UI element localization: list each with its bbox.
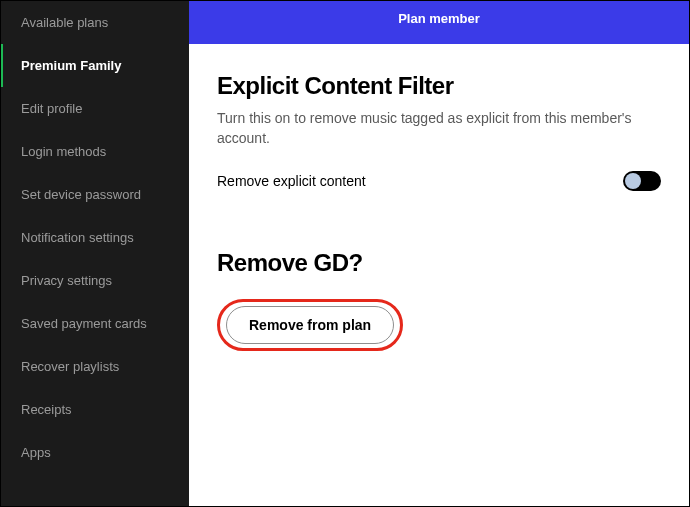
remove-from-plan-button[interactable]: Remove from plan: [226, 306, 394, 344]
banner-title: Plan member: [398, 11, 480, 26]
sidebar-item-recover-playlists[interactable]: Recover playlists: [1, 345, 189, 388]
explicit-content-toggle[interactable]: [623, 171, 661, 191]
content-area: Explicit Content Filter Turn this on to …: [189, 44, 689, 351]
sidebar-item-receipts[interactable]: Receipts: [1, 388, 189, 431]
plan-member-banner: Plan member: [189, 1, 689, 44]
explicit-toggle-row: Remove explicit content: [217, 171, 661, 191]
sidebar-item-saved-payment-cards[interactable]: Saved payment cards: [1, 302, 189, 345]
sidebar-item-premium-family[interactable]: Premium Family: [1, 44, 189, 87]
sidebar-item-notification-settings[interactable]: Notification settings: [1, 216, 189, 259]
app-frame: Available plans Premium Family Edit prof…: [0, 0, 690, 507]
sidebar-item-privacy-settings[interactable]: Privacy settings: [1, 259, 189, 302]
explicit-filter-description: Turn this on to remove music tagged as e…: [217, 108, 637, 149]
explicit-filter-heading: Explicit Content Filter: [217, 72, 661, 100]
main-panel: Plan member Explicit Content Filter Turn…: [189, 1, 689, 506]
remove-member-heading: Remove GD?: [217, 249, 661, 277]
remove-button-highlight: Remove from plan: [217, 299, 403, 351]
sidebar-item-set-device-password[interactable]: Set device password: [1, 173, 189, 216]
sidebar-item-available-plans[interactable]: Available plans: [1, 1, 189, 44]
sidebar-item-apps[interactable]: Apps: [1, 431, 189, 474]
toggle-knob: [625, 173, 641, 189]
sidebar-item-login-methods[interactable]: Login methods: [1, 130, 189, 173]
sidebar-item-edit-profile[interactable]: Edit profile: [1, 87, 189, 130]
explicit-toggle-label: Remove explicit content: [217, 173, 366, 189]
sidebar: Available plans Premium Family Edit prof…: [1, 1, 189, 506]
